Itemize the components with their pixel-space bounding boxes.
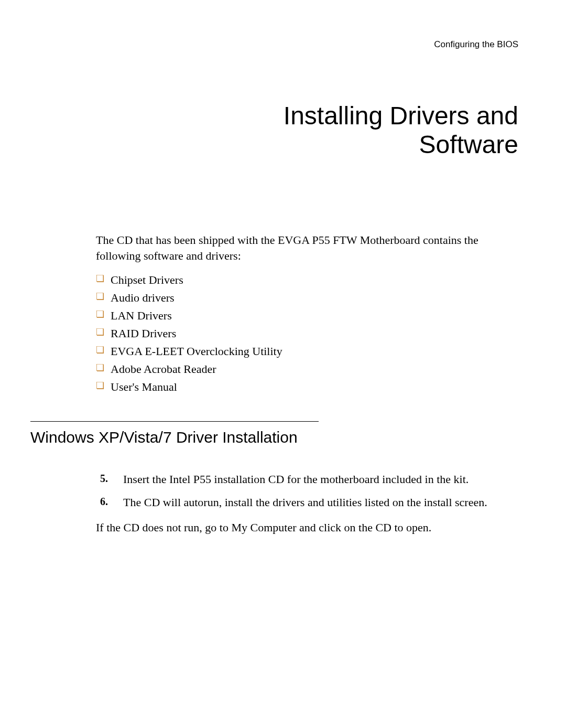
- list-item: Adobe Acrobat Reader: [96, 360, 521, 378]
- list-item: RAID Drivers: [96, 325, 521, 342]
- list-item: Audio drivers: [96, 289, 521, 307]
- page-title: Installing Drivers and Software: [96, 101, 521, 159]
- list-item: EVGA E-LEET Overclocking Utility: [96, 342, 521, 360]
- installation-steps: Insert the Intel P55 installation CD for…: [96, 472, 521, 510]
- intro-paragraph: The CD that has been shipped with the EV…: [96, 232, 521, 263]
- software-list: Chipset Drivers Audio drivers LAN Driver…: [96, 271, 521, 397]
- list-item: User's Manual: [96, 378, 521, 396]
- document-page: Configuring the BIOS Installing Drivers …: [0, 0, 566, 580]
- section-heading: Windows XP/Vista/7 Driver Installation: [30, 429, 521, 449]
- title-line-1: Installing Drivers and: [284, 102, 518, 130]
- list-item: LAN Drivers: [96, 307, 521, 325]
- header-label: Configuring the BIOS: [96, 39, 521, 50]
- list-item: Chipset Drivers: [96, 271, 521, 289]
- step-item: Insert the Intel P55 installation CD for…: [96, 472, 521, 487]
- step-item: The CD will autorun, install the drivers…: [96, 495, 521, 510]
- closing-note: If the CD does not run, go to My Compute…: [96, 520, 521, 536]
- title-line-2: Software: [419, 131, 518, 158]
